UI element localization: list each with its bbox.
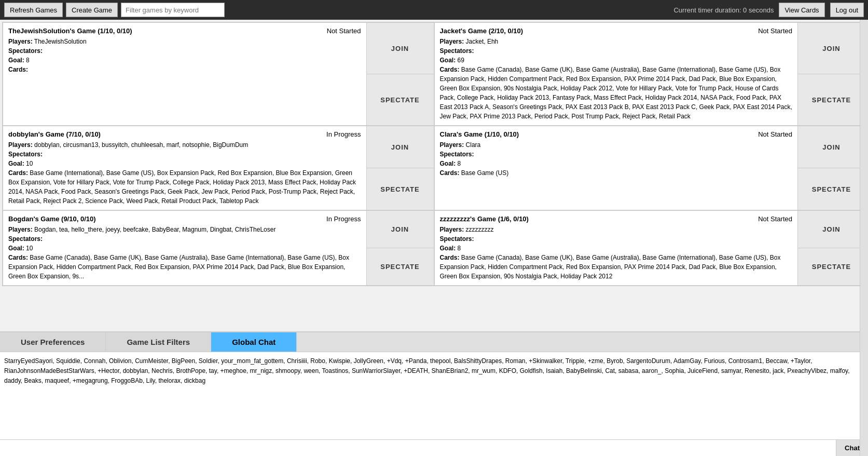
game-actions: JOIN SPECTATE	[797, 211, 865, 285]
chat-area: StarryEyedSayori, Squiddie, Connah, Obli…	[0, 352, 868, 439]
game-card: Clara's Game (1/10, 0/10) Not Started Pl…	[434, 126, 866, 210]
join-button[interactable]: JOIN	[367, 126, 434, 168]
game-info: zzzzzzzzz's Game (1/6, 0/10) Not Started…	[435, 211, 798, 285]
game-header: Jacket's Game (2/10, 0/10) Not Started	[440, 27, 793, 35]
spectate-button[interactable]: SPECTATE	[367, 74, 434, 125]
join-button[interactable]: JOIN	[367, 23, 434, 74]
game-status: Not Started	[758, 130, 792, 138]
view-cards-button[interactable]: View Cards	[779, 3, 824, 17]
game-card: Jacket's Game (2/10, 0/10) Not Started P…	[434, 22, 866, 126]
game-info: Clara's Game (1/10, 0/10) Not Started Pl…	[435, 126, 798, 210]
spectate-button[interactable]: SPECTATE	[798, 168, 865, 210]
game-details: Players: Jacket, Ehh Spectators: Goal: 6…	[440, 37, 793, 121]
game-header: zzzzzzzzz's Game (1/6, 0/10) Not Started	[440, 215, 793, 223]
tab-game-list-filters[interactable]: Game List Filters	[106, 332, 211, 352]
create-game-button[interactable]: Create Game	[66, 3, 118, 17]
refresh-games-button[interactable]: Refresh Games	[4, 3, 63, 17]
game-details: Players: dobbylan, circusman13, bussyitc…	[8, 140, 361, 206]
game-details: Players: TheJewishSolution Spectators: G…	[8, 37, 361, 74]
game-actions: JOIN SPECTATE	[366, 211, 434, 285]
chat-content: StarryEyedSayori, Squiddie, Connah, Obli…	[4, 357, 850, 384]
game-status: Not Started	[758, 27, 792, 35]
chat-input-row: Chat	[0, 439, 868, 456]
game-header: TheJewishSolution's Game (1/10, 0/10) No…	[8, 27, 361, 35]
game-status: Not Started	[327, 27, 361, 35]
game-info: Bogdan's Game (9/10, 0/10) In Progress P…	[3, 211, 366, 285]
games-grid: TheJewishSolution's Game (1/10, 0/10) No…	[2, 22, 866, 286]
game-title: TheJewishSolution's Game (1/10, 0/10)	[8, 27, 132, 35]
game-info: TheJewishSolution's Game (1/10, 0/10) No…	[3, 23, 366, 125]
game-title: Jacket's Game (2/10, 0/10)	[440, 27, 523, 35]
game-actions: JOIN SPECTATE	[797, 23, 865, 125]
game-header: Clara's Game (1/10, 0/10) Not Started	[440, 130, 793, 138]
game-details: Players: zzzzzzzzz Spectators: Goal: 8 C…	[440, 225, 793, 281]
chat-input[interactable]	[0, 440, 836, 456]
header: Refresh Games Create Game Current timer …	[0, 0, 868, 20]
join-button[interactable]: JOIN	[798, 23, 865, 74]
game-info: Jacket's Game (2/10, 0/10) Not Started P…	[435, 23, 798, 125]
game-header: dobbylan's Game (7/10, 0/10) In Progress	[8, 130, 361, 138]
game-status: In Progress	[326, 130, 361, 138]
game-title: Clara's Game (1/10, 0/10)	[440, 130, 519, 138]
spectate-button[interactable]: SPECTATE	[367, 168, 434, 210]
game-status: In Progress	[326, 215, 361, 223]
scrollbar[interactable]	[860, 20, 868, 456]
tab-user-preferences[interactable]: User Preferences	[0, 332, 106, 352]
game-status: Not Started	[758, 215, 792, 223]
game-details: Players: Clara Spectators: Goal: 8 Cards…	[440, 140, 793, 178]
join-button[interactable]: JOIN	[798, 211, 865, 248]
game-title: dobbylan's Game (7/10, 0/10)	[8, 130, 101, 138]
game-title: zzzzzzzzz's Game (1/6, 0/10)	[440, 215, 529, 223]
join-button[interactable]: JOIN	[798, 126, 865, 168]
game-details: Players: Bogdan, tea, hello_there, joeyy…	[8, 225, 361, 281]
join-button[interactable]: JOIN	[367, 211, 434, 248]
game-actions: JOIN SPECTATE	[366, 126, 434, 210]
game-card: dobbylan's Game (7/10, 0/10) In Progress…	[3, 126, 434, 210]
filter-input[interactable]	[121, 3, 225, 17]
spectate-button[interactable]: SPECTATE	[367, 248, 434, 285]
logout-button[interactable]: Log out	[830, 3, 864, 17]
bottom-panel: User Preferences Game List Filters Globa…	[0, 331, 868, 456]
header-right: Current timer duration: 0 seconds View C…	[673, 3, 864, 17]
tab-global-chat[interactable]: Global Chat	[211, 332, 297, 352]
game-title: Bogdan's Game (9/10, 0/10)	[8, 215, 96, 223]
game-card: zzzzzzzzz's Game (1/6, 0/10) Not Started…	[434, 210, 866, 286]
game-header: Bogdan's Game (9/10, 0/10) In Progress	[8, 215, 361, 223]
bottom-tabs: User Preferences Game List Filters Globa…	[0, 332, 868, 352]
game-card: Bogdan's Game (9/10, 0/10) In Progress P…	[3, 210, 434, 286]
spectate-button[interactable]: SPECTATE	[798, 248, 865, 285]
spectate-button[interactable]: SPECTATE	[798, 74, 865, 125]
game-info: dobbylan's Game (7/10, 0/10) In Progress…	[3, 126, 366, 210]
game-card: TheJewishSolution's Game (1/10, 0/10) No…	[3, 22, 434, 126]
game-actions: JOIN SPECTATE	[366, 23, 434, 125]
game-actions: JOIN SPECTATE	[797, 126, 865, 210]
timer-text: Current timer duration: 0 seconds	[673, 6, 774, 14]
